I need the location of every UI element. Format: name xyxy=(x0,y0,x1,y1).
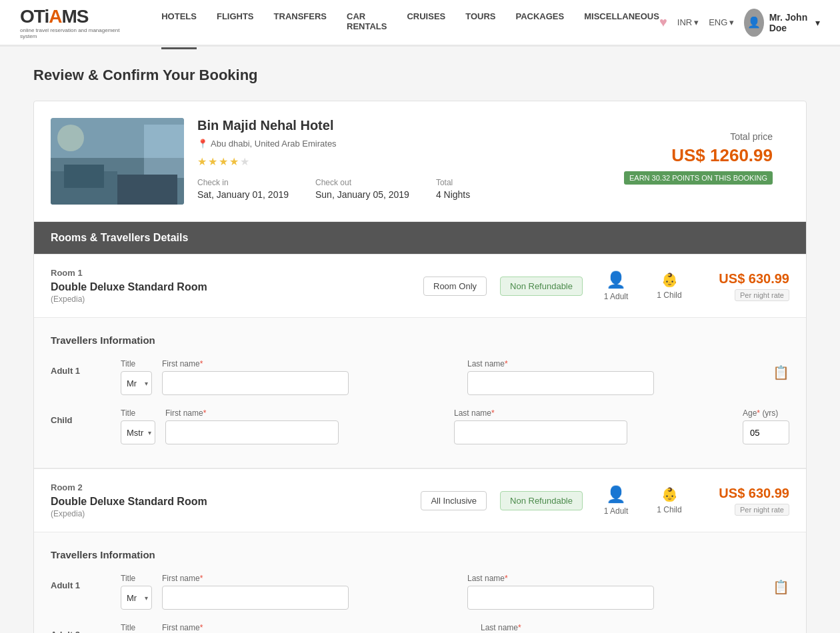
room-1-block: Room 1 Double Deluxe Standard Room (Expe… xyxy=(34,254,806,468)
room-2-meal-type: All Inclusive xyxy=(421,491,487,510)
nav-packages[interactable]: PACKAGES xyxy=(516,0,565,49)
adult-icon: 👤 xyxy=(606,271,626,289)
user-chevron-icon xyxy=(815,17,820,28)
points-badge: EARN 30.32 POINTS ON THIS BOOKING xyxy=(624,171,773,185)
room2-adult-1-firstname-input[interactable] xyxy=(162,586,349,610)
room-1-summary: Room 1 Double Deluxe Standard Room (Expe… xyxy=(34,255,806,318)
room2-adult-1-lastname-group: Last name* xyxy=(467,574,763,610)
room-1-child-row: Child Title MstrMiss First name* xyxy=(51,408,789,444)
star-5-icon: ★ xyxy=(240,155,249,168)
room-2-travellers: Travellers Information Adult 1 Title MrM… xyxy=(34,532,806,633)
hotel-stars: ★ ★ ★ ★ ★ xyxy=(197,155,594,168)
adult-1-title-group: Title MrMrsMsDr xyxy=(121,359,152,395)
room-2-block: Room 2 Double Deluxe Standard Room (Expe… xyxy=(34,468,806,633)
room-1-info: Room 1 Double Deluxe Standard Room (Expe… xyxy=(51,268,410,304)
room-2-info: Room 2 Double Deluxe Standard Room (Expe… xyxy=(51,482,407,518)
nav-tours[interactable]: TOURS xyxy=(465,0,495,49)
rooms-header: Rooms & Travellers Details xyxy=(34,222,806,254)
room-1-adult-1-row: Adult 1 Title MrMrsMsDr First name* xyxy=(51,359,789,395)
room2-adult-2-title-group: Title MrMrsMsDr xyxy=(121,623,152,633)
copy-icon[interactable]: 📋 xyxy=(773,359,789,380)
room2-adult-1-label: Adult 1 xyxy=(51,574,111,590)
room-1-adults: 👤 1 Adult xyxy=(596,271,636,301)
title-chevron-icon xyxy=(145,380,151,387)
room2-adult-1-title-select[interactable]: MrMrsMsDr xyxy=(121,586,152,610)
nav-miscellaneous[interactable]: MISCELLANEOUS xyxy=(584,0,659,49)
hotel-location: 📍 Abu dhabi, United Arab Emirates xyxy=(197,139,594,149)
room-2-adult-1-row: Adult 1 Title MrMrsMsDr First name* xyxy=(51,574,789,610)
star-1-icon: ★ xyxy=(197,155,207,168)
language-selector[interactable]: ENG xyxy=(709,17,734,27)
currency-chevron-icon xyxy=(694,17,699,27)
child-age-group: Age* (yrs) xyxy=(743,408,789,444)
nav-links: HOTELS FLIGHTS TRANSFERS CAR RENTALS CRU… xyxy=(161,0,659,49)
user-menu[interactable]: 👤 Mr. John Doe xyxy=(744,9,820,37)
user-name: Mr. John Doe xyxy=(769,12,810,33)
star-4-icon: ★ xyxy=(229,155,239,168)
room-2-children: 👶 1 Child xyxy=(649,486,689,514)
currency-selector[interactable]: INR xyxy=(677,17,699,27)
child-icon: 👶 xyxy=(661,272,678,288)
child-title-dropdown[interactable]: MstrMiss xyxy=(121,421,148,444)
room2-adult-2-label: Adult 2 xyxy=(51,623,111,633)
room-2-adult-2-row: Adult 2 Title MrMrsMsDr First name* xyxy=(51,623,789,633)
star-2-icon: ★ xyxy=(208,155,217,168)
navbar: OTiAMS online travel reservation and man… xyxy=(0,0,840,47)
svg-rect-4 xyxy=(64,165,104,188)
hotel-info-section: Bin Majid Nehal Hotel 📍 Abu dhabi, Unite… xyxy=(34,101,806,222)
svg-rect-5 xyxy=(117,175,177,205)
room-1-refund-badge: Non Refundable xyxy=(500,277,583,296)
nav-cruises[interactable]: CRUISES xyxy=(407,0,445,49)
child-firstname-group: First name* xyxy=(165,408,444,444)
child-2-icon: 👶 xyxy=(661,486,678,502)
avatar: 👤 xyxy=(744,9,763,37)
checkout-block: Check out Sun, January 05, 2019 xyxy=(315,178,409,200)
logo-sub: online travel reservation and management… xyxy=(20,27,121,39)
child-lastname-input[interactable] xyxy=(454,420,627,444)
child-title-select[interactable]: MstrMiss xyxy=(121,420,155,444)
total-price-section: Total price US$ 1260.99 EARN 30.32 POINT… xyxy=(607,118,789,198)
child-firstname-input[interactable] xyxy=(165,420,339,444)
nav-right: ♥ INR ENG 👤 Mr. John Doe xyxy=(659,9,820,37)
child-age-input[interactable] xyxy=(743,420,789,444)
svg-rect-2 xyxy=(144,125,184,178)
room-2-price: US$ 630.99 Per night rate xyxy=(703,486,789,516)
room2-copy-icon[interactable]: 📋 xyxy=(773,574,789,595)
room-2-adults: 👤 1 Adult xyxy=(596,485,636,516)
room2-adult-1-lastname-input[interactable] xyxy=(467,586,654,610)
adult-1-lastname-group: Last name* xyxy=(467,359,763,395)
page-content: Review & Confirm Your Booking xyxy=(20,47,820,633)
hotel-dates: Check in Sat, January 01, 2019 Check out… xyxy=(197,178,594,200)
adult-1-firstname-input[interactable] xyxy=(162,371,349,395)
checkin-block: Check in Sat, January 01, 2019 xyxy=(197,178,289,200)
room-2-summary: Room 2 Double Deluxe Standard Room (Expe… xyxy=(34,469,806,532)
child-label: Child xyxy=(51,408,111,425)
hotel-details: Bin Majid Nehal Hotel 📍 Abu dhabi, Unite… xyxy=(197,118,594,200)
nav-flights[interactable]: FLIGHTS xyxy=(217,0,254,49)
total-nights-block: Total 4 Nights xyxy=(436,178,470,200)
adult-1-title-select[interactable]: MrMrsMsDr xyxy=(121,371,152,395)
room-1-meal-type: Room Only xyxy=(423,277,487,296)
star-3-icon: ★ xyxy=(219,155,228,168)
child-title-group: Title MstrMiss xyxy=(121,408,155,444)
room2-title-chevron-icon xyxy=(145,594,151,602)
page-title: Review & Confirm Your Booking xyxy=(33,67,807,84)
adult-1-label: Adult 1 xyxy=(51,359,111,376)
nav-transfers[interactable]: TRANSFERS xyxy=(274,0,327,49)
hotel-name: Bin Majid Nehal Hotel xyxy=(197,118,594,133)
room-2-refund-badge: Non Refundable xyxy=(500,491,583,510)
nav-car-rentals[interactable]: CAR RENTALS xyxy=(347,0,387,49)
adult-1-title-dropdown[interactable]: MrMrsMsDr xyxy=(121,372,145,394)
logo: OTiAMS online travel reservation and man… xyxy=(20,6,121,39)
room2-adult-1-title-dropdown[interactable]: MrMrsMsDr xyxy=(121,586,145,609)
child-title-chevron-icon xyxy=(148,429,155,436)
room2-adult-1-firstname-group: First name* xyxy=(162,574,457,610)
hotel-image xyxy=(51,118,184,205)
room-1-price: US$ 630.99 Per night rate xyxy=(703,271,789,301)
favorites-icon[interactable]: ♥ xyxy=(659,15,667,30)
nav-hotels[interactable]: HOTELS xyxy=(161,0,197,49)
child-lastname-group: Last name* xyxy=(454,408,733,444)
room2-adult-2-firstname-group: First name* xyxy=(162,623,471,633)
adult-1-lastname-input[interactable] xyxy=(467,371,654,395)
language-chevron-icon xyxy=(729,17,734,27)
